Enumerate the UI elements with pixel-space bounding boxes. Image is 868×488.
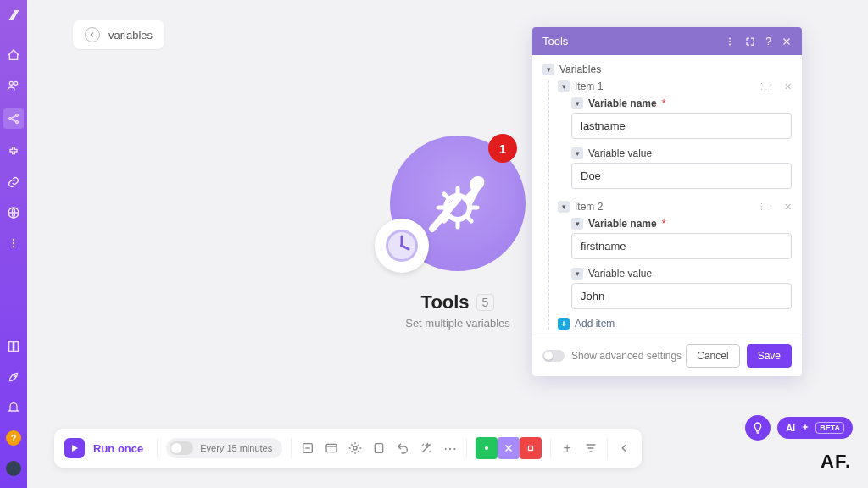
avatar[interactable] bbox=[6, 461, 21, 476]
ai-button[interactable]: AI BETA bbox=[777, 417, 853, 439]
share-icon[interactable] bbox=[3, 108, 24, 129]
svg-rect-22 bbox=[529, 446, 533, 451]
puzzle-icon[interactable] bbox=[6, 144, 21, 159]
svg-point-9 bbox=[14, 375, 15, 377]
remove-item-icon[interactable]: ✕ bbox=[784, 202, 792, 213]
variable-name-input[interactable] bbox=[571, 113, 792, 139]
rocket-icon[interactable] bbox=[6, 369, 21, 385]
back-icon bbox=[85, 27, 100, 42]
breadcrumb[interactable]: variables bbox=[73, 20, 164, 49]
svg-point-6 bbox=[13, 239, 14, 241]
menu-icon[interactable] bbox=[725, 36, 735, 47]
module-badge: 1 bbox=[488, 134, 517, 163]
divider bbox=[157, 438, 158, 458]
config-panel: Tools ? ▾ Variables ▾ Item 1 ⋮⋮ ✕ ▾Varia… bbox=[532, 27, 802, 376]
brand-watermark: AF. bbox=[821, 451, 851, 473]
gear-icon[interactable] bbox=[348, 441, 363, 456]
svg-point-0 bbox=[9, 81, 13, 85]
item-header: ▾ Item 1 ⋮⋮ ✕ bbox=[558, 80, 792, 92]
svg-point-4 bbox=[16, 121, 19, 124]
run-button[interactable] bbox=[64, 438, 85, 458]
svg-point-14 bbox=[729, 37, 731, 39]
status-green-icon[interactable] bbox=[476, 437, 498, 459]
book-icon[interactable] bbox=[6, 339, 21, 354]
magic-icon[interactable] bbox=[419, 441, 434, 456]
svg-point-19 bbox=[353, 446, 357, 450]
variable-value-input[interactable] bbox=[571, 283, 792, 309]
hint-icon[interactable] bbox=[745, 415, 771, 441]
svg-point-16 bbox=[729, 43, 731, 45]
svg-rect-20 bbox=[376, 444, 383, 453]
svg-point-13 bbox=[400, 244, 403, 247]
module-subtitle: Set multiple variables bbox=[364, 317, 551, 330]
module-circle: 1 bbox=[390, 136, 526, 271]
remove-item-icon[interactable]: ✕ bbox=[784, 81, 792, 92]
svg-point-3 bbox=[16, 114, 19, 117]
chevron-down-icon[interactable]: ▾ bbox=[571, 147, 583, 159]
section-variables[interactable]: ▾ Variables bbox=[542, 64, 792, 75]
globe-icon[interactable] bbox=[6, 205, 21, 220]
divider bbox=[291, 438, 292, 458]
module-title: Tools 5 bbox=[421, 291, 495, 313]
chevron-down-icon: ▾ bbox=[542, 64, 554, 75]
chevron-down-icon[interactable]: ▾ bbox=[558, 201, 570, 213]
variable-name-input[interactable] bbox=[571, 233, 792, 259]
layout-icon[interactable] bbox=[324, 441, 339, 456]
plus-toolbar-icon[interactable]: + bbox=[559, 441, 575, 456]
variable-value-input[interactable] bbox=[571, 163, 792, 189]
drag-handle-icon[interactable]: ⋮⋮ bbox=[757, 202, 776, 213]
nav-rail: ⁄⁄⁄ ? bbox=[0, 0, 27, 488]
clock-icon bbox=[375, 219, 429, 273]
note-icon[interactable] bbox=[371, 441, 387, 456]
bottom-toolbar: Run once Every 15 minutes ⋯ + bbox=[54, 429, 642, 468]
close-icon[interactable] bbox=[782, 36, 792, 47]
svg-rect-18 bbox=[326, 444, 337, 452]
divider bbox=[550, 438, 551, 458]
plus-icon: + bbox=[558, 318, 570, 330]
module-count: 5 bbox=[476, 294, 495, 311]
more-toolbar-icon[interactable]: ⋯ bbox=[442, 441, 458, 456]
advanced-toggle[interactable] bbox=[542, 350, 565, 362]
panel-title: Tools bbox=[542, 35, 568, 47]
status-tools-icon[interactable] bbox=[498, 437, 520, 459]
chevron-down-icon[interactable]: ▾ bbox=[571, 97, 583, 109]
svg-point-7 bbox=[13, 242, 14, 244]
item-header: ▾ Item 2 ⋮⋮ ✕ bbox=[558, 201, 792, 213]
chevron-down-icon[interactable]: ▾ bbox=[571, 218, 583, 230]
cancel-button[interactable]: Cancel bbox=[686, 344, 739, 368]
tools-icon bbox=[415, 161, 500, 246]
svg-point-1 bbox=[14, 81, 18, 85]
svg-point-15 bbox=[729, 41, 731, 42]
status-error-icon[interactable] bbox=[520, 437, 542, 459]
logo: ⁄⁄⁄ bbox=[11, 8, 15, 24]
svg-point-2 bbox=[9, 118, 12, 120]
run-label: Run once bbox=[93, 442, 143, 455]
export-icon[interactable] bbox=[300, 441, 315, 456]
help-panel-icon[interactable]: ? bbox=[765, 36, 771, 47]
home-icon[interactable] bbox=[6, 47, 21, 63]
undo-icon[interactable] bbox=[395, 441, 410, 456]
more-icon[interactable] bbox=[6, 236, 21, 251]
chevron-down-icon[interactable]: ▾ bbox=[558, 80, 570, 92]
schedule-pill[interactable]: Every 15 minutes bbox=[166, 438, 282, 458]
chevron-down-icon[interactable]: ▾ bbox=[571, 268, 583, 280]
bell-icon[interactable] bbox=[6, 400, 21, 415]
team-icon[interactable] bbox=[6, 78, 21, 93]
help-icon[interactable]: ? bbox=[6, 430, 21, 446]
drag-handle-icon[interactable]: ⋮⋮ bbox=[757, 81, 776, 92]
divider bbox=[607, 438, 608, 458]
module-node[interactable]: 1 Tools 5 Set multiple variables bbox=[364, 136, 551, 330]
add-item-button[interactable]: + Add item bbox=[558, 318, 792, 330]
panel-header: Tools ? bbox=[532, 27, 802, 55]
sparkle-icon bbox=[800, 423, 810, 433]
link-icon[interactable] bbox=[6, 175, 21, 190]
expand-icon[interactable] bbox=[745, 36, 755, 47]
filter-icon[interactable] bbox=[583, 441, 598, 456]
svg-point-8 bbox=[13, 246, 14, 247]
advanced-label: Show advanced settings bbox=[571, 350, 682, 362]
save-button[interactable]: Save bbox=[747, 344, 792, 368]
chevron-left-icon[interactable] bbox=[616, 441, 632, 456]
breadcrumb-label: variables bbox=[108, 29, 153, 42]
divider bbox=[466, 438, 467, 458]
schedule-toggle[interactable] bbox=[170, 441, 193, 455]
